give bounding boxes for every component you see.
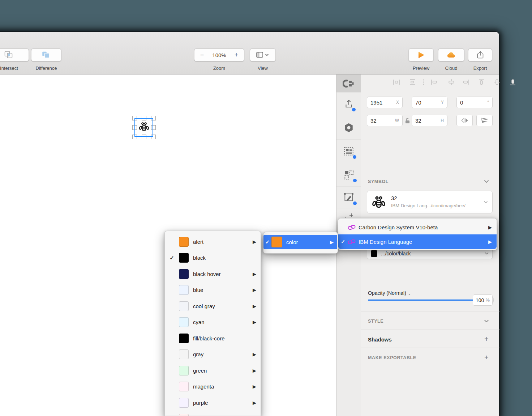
menu-item-label: green xyxy=(193,368,248,374)
distribute-vertically-icon[interactable] xyxy=(408,78,416,86)
view-button[interactable] xyxy=(250,48,276,61)
export-button[interactable] xyxy=(468,48,492,61)
sidebar-item-layout-plugin[interactable] xyxy=(336,140,361,163)
export-label: Export xyxy=(468,65,492,71)
color-swatch xyxy=(371,250,377,257)
submenu-item-color[interactable]: ✓color▶ xyxy=(263,235,337,249)
width-value: 32 xyxy=(370,118,377,124)
height-field[interactable]: 32 H xyxy=(412,115,447,126)
symbol-selector[interactable]: 32 IBM Design Lang.../icon/image/bee/ xyxy=(367,191,493,213)
menu-item-label: cyan xyxy=(193,319,248,325)
layout-panel-icon xyxy=(256,51,270,59)
symbol-path: IBM Design Lang.../icon/image/bee/ xyxy=(391,203,466,208)
menu-item-green[interactable]: green▶ xyxy=(165,362,261,379)
zoom-control[interactable]: − 100% + xyxy=(194,48,244,61)
width-field[interactable]: 32 W xyxy=(367,115,403,126)
menu-item-blue[interactable]: blue▶ xyxy=(165,282,261,298)
submenu-arrow-icon: ▶ xyxy=(248,287,261,293)
sidebar-item-states-plugin[interactable] xyxy=(336,163,361,187)
y-unit: Y xyxy=(441,100,444,105)
menu-item-ibm-design-language[interactable]: ✓ IBM Design Language▶ xyxy=(338,234,497,249)
menu-item-partial[interactable] xyxy=(165,411,261,416)
plugin-notification-dot xyxy=(353,179,357,182)
opacity-chevron-icon[interactable]: ⌄ xyxy=(408,291,411,296)
x-value: 1951 xyxy=(370,99,382,106)
library-context-menu: Carbon Design System V10-beta▶✓ IBM Desi… xyxy=(338,218,497,250)
color-swatch xyxy=(179,349,189,359)
sidebar-item-upload-plugin[interactable] xyxy=(336,93,361,116)
menu-item-black-hover[interactable]: black hover▶ xyxy=(165,266,261,282)
y-position-field[interactable]: 70 Y xyxy=(412,97,447,108)
menu-item-fill-black-core[interactable]: fill/black-core xyxy=(165,330,261,347)
dropdown-chevron-icon xyxy=(485,252,489,255)
opacity-label: Opacity (Normal) ⌄ xyxy=(368,290,411,296)
plugin-notification-dot xyxy=(352,108,356,111)
menu-item-label: color xyxy=(286,239,326,245)
menu-item-cool-gray[interactable]: cool gray▶ xyxy=(165,298,261,314)
desktop: { "toolbar": { "intersect_label": "Inter… xyxy=(0,0,532,416)
x-position-field[interactable]: 1951 X xyxy=(367,97,403,108)
align-right-icon[interactable] xyxy=(462,78,470,86)
color-swatch xyxy=(179,253,189,263)
difference-button[interactable] xyxy=(31,48,61,61)
more-options-icon[interactable] xyxy=(420,78,428,86)
align-top-icon[interactable] xyxy=(477,78,485,86)
submenu-arrow-icon: ▶ xyxy=(484,239,497,245)
menu-item-purple[interactable]: purple▶ xyxy=(165,395,261,411)
opacity-slider-track[interactable] xyxy=(368,300,476,301)
sidebar-item-settings-plugin[interactable] xyxy=(336,116,361,140)
difference-icon xyxy=(41,51,51,59)
zoom-in-button[interactable]: + xyxy=(233,51,240,59)
flip-vertical-button[interactable] xyxy=(476,115,493,126)
align-horizontal-center-icon[interactable] xyxy=(447,78,455,86)
menu-item-carbon-design-system-v10-beta[interactable]: Carbon Design System V10-beta▶ xyxy=(338,220,497,234)
distribute-horizontally-icon[interactable] xyxy=(392,78,400,86)
align-bottom-icon[interactable] xyxy=(509,78,517,86)
symbol-dropdown-chevron-icon xyxy=(484,201,488,204)
menu-item-label: black hover xyxy=(193,271,248,277)
flip-horizontal-button[interactable] xyxy=(456,115,473,126)
pencil-frame-icon xyxy=(343,192,355,203)
bee-symbol-instance[interactable] xyxy=(138,122,150,133)
submenu-arrow-icon: ▶ xyxy=(248,303,261,309)
intersect-button[interactable] xyxy=(0,48,29,61)
menu-item-label: cool gray xyxy=(193,303,248,309)
menu-item-label: magenta xyxy=(193,383,248,390)
rotation-field[interactable]: 0 ° xyxy=(456,97,493,108)
lock-ratio-icon[interactable] xyxy=(405,118,410,124)
color-swatch xyxy=(179,414,189,416)
submenu-arrow-icon: ▶ xyxy=(248,400,261,406)
menu-item-magenta[interactable]: magenta▶ xyxy=(165,379,261,395)
preview-button[interactable] xyxy=(408,48,434,61)
menu-item-cyan[interactable]: cyan▶ xyxy=(165,314,261,331)
add-shadow-button[interactable]: + xyxy=(484,335,489,343)
menu-item-alert[interactable]: alert▶ xyxy=(165,234,261,250)
make-exportable-button[interactable]: + xyxy=(484,353,489,362)
color-swatch xyxy=(179,269,189,279)
color-menu-list: alert▶✓blackblack hover▶blue▶cool gray▶c… xyxy=(165,234,261,416)
menu-item-gray[interactable]: gray▶ xyxy=(165,347,261,363)
opacity-value-field[interactable]: 100 % xyxy=(473,294,493,306)
check-icon: ✓ xyxy=(263,239,271,245)
align-left-icon[interactable] xyxy=(430,78,438,86)
zoom-out-button[interactable]: − xyxy=(199,51,205,59)
menu-item-label: IBM Design Language xyxy=(359,239,484,245)
color-swatch xyxy=(179,285,189,295)
style-section-header: STYLE xyxy=(368,319,383,324)
color-swatch xyxy=(179,301,189,311)
plugin-notification-dot xyxy=(353,155,356,159)
cloud-icon xyxy=(446,51,456,59)
symbol-collapse-chevron-icon[interactable] xyxy=(484,180,489,183)
color-swatch xyxy=(179,366,189,375)
x-unit: X xyxy=(396,100,399,105)
hexagon-nut-icon xyxy=(343,122,354,133)
align-vertical-middle-icon[interactable] xyxy=(493,78,501,86)
sidebar-item-rename-plugin[interactable] xyxy=(336,187,361,208)
style-collapse-chevron-icon[interactable] xyxy=(484,319,489,323)
sidebar-item-carbon-plugin[interactable] xyxy=(336,75,361,93)
height-value: 32 xyxy=(415,118,421,124)
menu-item-black[interactable]: ✓black xyxy=(165,250,261,266)
cloud-button[interactable] xyxy=(438,48,464,61)
flip-horizontal-icon xyxy=(461,118,469,123)
bee-symbol-thumbnail-icon xyxy=(372,195,386,210)
